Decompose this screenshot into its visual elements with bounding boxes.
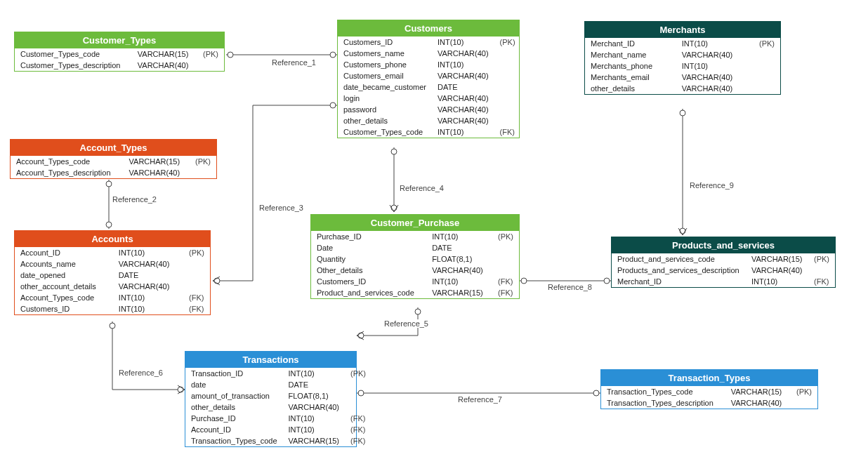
table-row: Transaction_Types_codeVARCHAR(15)(FK) xyxy=(185,435,371,446)
table-row: Customer_Types_descriptionVARCHAR(40) xyxy=(15,60,224,71)
entity-account-types[interactable]: Account_Types Account_Types_codeVARCHAR(… xyxy=(10,139,217,179)
entity-accounts[interactable]: Accounts Account_IDINT(10)(PK) Accounts_… xyxy=(14,230,211,315)
svg-point-3 xyxy=(106,222,112,227)
table-row: passwordVARCHAR(40) xyxy=(338,104,521,115)
svg-point-9 xyxy=(358,333,364,338)
table-row: Customers_emailVARCHAR(40) xyxy=(338,70,521,81)
svg-point-4 xyxy=(330,102,336,108)
svg-point-7 xyxy=(391,205,397,211)
entity-title: Transaction_Types xyxy=(601,370,817,386)
fields: Customers_IDINT(10)(PK) Customers_nameVA… xyxy=(338,37,521,138)
entity-title: Customer_Types xyxy=(15,32,224,48)
table-row: date_openedDATE xyxy=(15,270,210,281)
table-row: Purchase_IDINT(10)(PK) xyxy=(311,231,519,242)
fields: Purchase_IDINT(10)(PK) DateDATE Quantity… xyxy=(311,231,519,298)
entity-transactions[interactable]: Transactions Transaction_IDINT(10)(PK) d… xyxy=(185,351,357,447)
table-row: Customers_IDINT(10)(FK) xyxy=(311,276,519,287)
table-row: loginVARCHAR(40) xyxy=(338,93,521,104)
fields: Account_IDINT(10)(PK) Accounts_nameVARCH… xyxy=(15,247,210,314)
table-row: Account_Types_codeVARCHAR(15)(PK) xyxy=(11,156,216,167)
table-row: Customer_Types_codeVARCHAR(15)(PK) xyxy=(15,48,224,60)
table-row: Merchant_IDINT(10)(FK) xyxy=(612,276,835,287)
table-row: Account_IDINT(10)(PK) xyxy=(15,247,210,258)
table-row: Account_Types_descriptionVARCHAR(40) xyxy=(11,167,216,178)
svg-point-10 xyxy=(110,323,115,329)
table-row: other_detailsVARCHAR(40) xyxy=(185,402,371,413)
entity-title: Products_and_services xyxy=(612,237,835,253)
table-row: Customers_IDINT(10)(PK) xyxy=(338,37,521,48)
fields: Customer_Types_codeVARCHAR(15)(PK) Custo… xyxy=(15,48,224,71)
reference-label-3: Reference_3 xyxy=(258,204,305,212)
svg-point-11 xyxy=(178,387,183,392)
table-row: amount_of_transactionFLOAT(8,1) xyxy=(185,390,371,402)
reference-label-7: Reference_7 xyxy=(456,395,504,404)
svg-point-15 xyxy=(604,278,610,284)
table-row: Transaction_Types_descriptionVARCHAR(40) xyxy=(601,397,817,409)
svg-point-14 xyxy=(521,278,527,284)
entity-title: Merchants xyxy=(585,22,780,38)
table-row: Merchants_emailVARCHAR(40) xyxy=(585,72,780,83)
fields: Product_and_services_codeVARCHAR(15)(PK)… xyxy=(612,253,835,287)
entity-title: Transactions xyxy=(185,352,356,368)
fields: Account_Types_codeVARCHAR(15)(PK) Accoun… xyxy=(11,156,216,178)
table-row: Account_IDINT(10)(FK) xyxy=(185,424,371,435)
table-row: Product_and_services_codeVARCHAR(15)(FK) xyxy=(311,287,519,298)
table-row: other_detailsVARCHAR(40) xyxy=(338,115,521,126)
table-row: DateDATE xyxy=(311,242,519,253)
reference-label-2: Reference_2 xyxy=(111,195,158,204)
table-row: Products_and_services_descriptionVARCHAR… xyxy=(612,265,835,276)
table-row: other_detailsVARCHAR(40) xyxy=(585,83,780,94)
table-row: Merchant_IDINT(10)(PK) xyxy=(585,38,780,49)
reference-label-9: Reference_9 xyxy=(688,181,735,190)
reference-label-4: Reference_4 xyxy=(398,184,445,192)
reference-label-8: Reference_8 xyxy=(546,283,593,291)
table-row: Merchants_phoneINT(10) xyxy=(585,60,780,72)
table-row: other_account_detailsVARCHAR(40) xyxy=(15,281,210,292)
erd-canvas: Reference_1 Reference_2 Reference_3 Refe… xyxy=(0,0,868,471)
table-row: Customers_phoneINT(10) xyxy=(338,59,521,70)
svg-point-2 xyxy=(106,181,112,187)
entity-customer-purchase[interactable]: Customer_Purchase Purchase_IDINT(10)(PK)… xyxy=(310,214,520,299)
entity-products-and-services[interactable]: Products_and_services Product_and_servic… xyxy=(611,237,836,288)
table-row: date_became_customerDATE xyxy=(338,81,521,93)
svg-point-6 xyxy=(391,149,397,154)
reference-label-6: Reference_6 xyxy=(117,369,164,377)
svg-point-17 xyxy=(680,228,685,234)
entity-merchants[interactable]: Merchants Merchant_IDINT(10)(PK) Merchan… xyxy=(584,21,781,95)
table-row: Transaction_IDINT(10)(PK) xyxy=(185,368,371,379)
svg-point-8 xyxy=(415,309,421,314)
entity-title: Account_Types xyxy=(11,140,216,156)
entity-title: Accounts xyxy=(15,231,210,247)
svg-point-13 xyxy=(593,390,599,396)
svg-point-5 xyxy=(214,278,220,284)
fields: Transaction_Types_codeVARCHAR(15)(PK) Tr… xyxy=(601,386,817,409)
reference-label-1: Reference_1 xyxy=(270,58,317,67)
table-row: Account_Types_codeINT(10)(FK) xyxy=(15,292,210,303)
table-row: Customers_IDINT(10)(FK) xyxy=(15,303,210,314)
fields: Transaction_IDINT(10)(PK) dateDATE amoun… xyxy=(185,368,371,446)
svg-point-1 xyxy=(330,52,336,58)
table-row: Product_and_services_codeVARCHAR(15)(PK) xyxy=(612,253,835,265)
fields: Merchant_IDINT(10)(PK) Merchant_nameVARC… xyxy=(585,38,780,94)
table-row: Transaction_Types_codeVARCHAR(15)(PK) xyxy=(601,386,817,397)
table-row: Merchant_nameVARCHAR(40) xyxy=(585,49,780,60)
entity-customers[interactable]: Customers Customers_IDINT(10)(PK) Custom… xyxy=(337,20,520,138)
table-row: dateDATE xyxy=(185,379,371,390)
entity-customer-types[interactable]: Customer_Types Customer_Types_codeVARCHA… xyxy=(14,32,225,72)
svg-point-16 xyxy=(680,110,685,116)
entity-transaction-types[interactable]: Transaction_Types Transaction_Types_code… xyxy=(600,369,818,409)
table-row: QuantityFLOAT(8,1) xyxy=(311,253,519,265)
reference-label-5: Reference_5 xyxy=(383,319,430,328)
table-row: Purchase_IDINT(10)(FK) xyxy=(185,413,371,424)
table-row: Customer_Types_codeINT(10)(FK) xyxy=(338,126,521,138)
table-row: Customers_nameVARCHAR(40) xyxy=(338,48,521,59)
svg-point-0 xyxy=(228,52,233,58)
entity-title: Customers xyxy=(338,20,519,37)
entity-title: Customer_Purchase xyxy=(311,215,519,231)
table-row: Other_detailsVARCHAR(40) xyxy=(311,265,519,276)
table-row: Accounts_nameVARCHAR(40) xyxy=(15,258,210,270)
